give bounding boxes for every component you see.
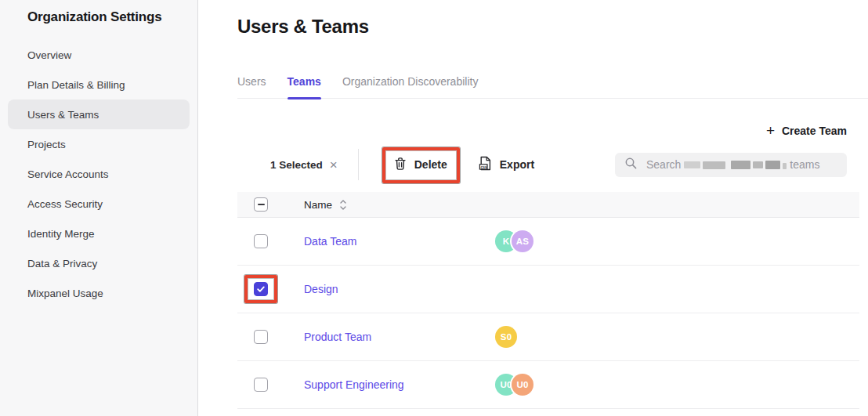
selection-status: 1 Selected × — [270, 158, 338, 172]
page-title: Users & Teams — [237, 16, 868, 38]
member-avatars: KAS — [495, 230, 859, 252]
team-name-link[interactable]: Data Team — [304, 235, 356, 248]
main-content: Users & Teams UsersTeamsOrganization Dis… — [198, 0, 868, 416]
column-header-name: Name — [304, 199, 332, 211]
table-body: Data Team KAS Design — [237, 218, 859, 409]
create-team-label: Create Team — [782, 125, 847, 137]
sidebar-item-mixpanel-usage[interactable]: Mixpanel Usage — [8, 278, 190, 308]
sidebar-nav: OverviewPlan Details & BillingUsers & Te… — [0, 40, 197, 308]
trash-icon — [394, 157, 407, 173]
table-row-design: Design — [237, 266, 859, 313]
delete-button[interactable]: Delete — [387, 151, 454, 179]
svg-text:csv: csv — [480, 165, 486, 169]
avatar: U0 — [512, 374, 533, 396]
selection-toolbar: 1 Selected × Delete — [237, 148, 868, 181]
delete-button-wrap: Delete — [387, 151, 454, 179]
sidebar-item-data-privacy[interactable]: Data & Privacy — [8, 248, 190, 278]
sidebar-item-plan-details-billing[interactable]: Plan Details & Billing — [8, 70, 190, 99]
app-root: Organization Settings OverviewPlan Detai… — [0, 0, 868, 416]
select-all-checkbox[interactable] — [254, 197, 268, 212]
plus-icon: + — [766, 125, 775, 136]
teams-table: Name — [237, 192, 859, 409]
sidebar-item-service-accounts[interactable]: Service Accounts — [8, 159, 190, 189]
tab-bar: UsersTeamsOrganization Discoverability — [237, 75, 868, 99]
table-row-support-engineering: Support Engineering U0U0 — [237, 361, 859, 409]
toolbar-divider — [358, 149, 359, 180]
export-button[interactable]: csv Export — [472, 150, 541, 179]
selected-count-label: 1 Selected — [270, 159, 323, 171]
sidebar-item-access-security[interactable]: Access Security — [8, 189, 190, 219]
export-label: Export — [500, 158, 534, 171]
redacted-text — [684, 161, 787, 169]
row-checkbox[interactable] — [254, 378, 268, 392]
sidebar-item-overview[interactable]: Overview — [8, 40, 190, 70]
tab-teams[interactable]: Teams — [288, 75, 321, 98]
tab-users[interactable]: Users — [237, 75, 266, 98]
csv-file-icon: csv — [479, 156, 492, 173]
sidebar: Organization Settings OverviewPlan Detai… — [0, 0, 198, 416]
create-team-button[interactable]: + Create Team — [766, 125, 847, 137]
tab-organization-discoverability[interactable]: Organization Discoverability — [342, 75, 479, 98]
search-placeholder: Searchteams — [646, 158, 819, 171]
create-row: + Create Team — [237, 125, 868, 137]
avatar: S0 — [495, 326, 517, 348]
row-checkbox[interactable] — [254, 234, 268, 248]
row-checkbox[interactable] — [254, 282, 268, 296]
member-avatars: U0U0 — [495, 374, 859, 396]
table-row-product-team: Product Team S0 — [237, 313, 859, 361]
table-header-row: Name — [237, 192, 859, 218]
sidebar-item-projects[interactable]: Projects — [8, 129, 190, 159]
team-name-link[interactable]: Design — [304, 283, 338, 295]
sidebar-title: Organization Settings — [27, 9, 197, 25]
sort-icon[interactable] — [339, 199, 347, 211]
team-name-link[interactable]: Product Team — [304, 331, 371, 343]
avatar: AS — [512, 230, 533, 252]
search-input[interactable]: Searchteams — [615, 153, 847, 177]
sidebar-item-identity-merge[interactable]: Identity Merge — [8, 219, 190, 248]
sidebar-item-users-teams[interactable]: Users & Teams — [8, 99, 190, 129]
row-checkbox[interactable] — [254, 330, 268, 344]
team-name-link[interactable]: Support Engineering — [304, 378, 404, 391]
search-icon — [624, 157, 638, 172]
table-row-data-team: Data Team KAS — [237, 218, 859, 266]
delete-label: Delete — [414, 158, 447, 171]
clear-selection-button[interactable]: × — [330, 158, 338, 172]
indeterminate-dash — [258, 204, 265, 205]
member-avatars: S0 — [495, 326, 859, 348]
